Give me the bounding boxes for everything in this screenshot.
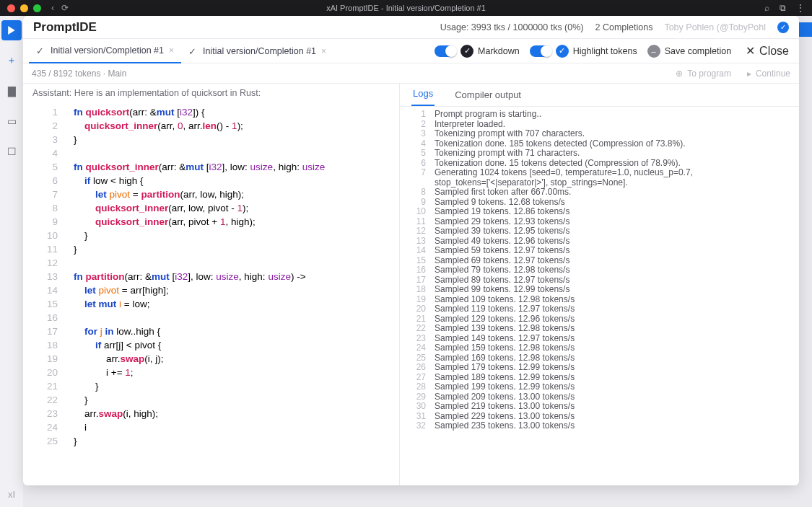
code-line[interactable]: 6 if low < high {: [23, 174, 399, 188]
log-text: Sampled 235 tokens. 13.00 tokens/s: [435, 421, 575, 431]
close-tab-icon[interactable]: ×: [321, 46, 326, 56]
file-tab-1[interactable]: ✓ Initial version/Completion #1 ×: [29, 39, 181, 63]
code-text: }: [74, 133, 399, 146]
line-number: 23: [23, 407, 74, 420]
code-line[interactable]: 20 i += 1;: [23, 366, 399, 379]
log-line-number: 18: [400, 285, 435, 295]
log-line-number: 6: [400, 159, 435, 169]
brand-icon: xI: [8, 490, 15, 500]
code-line[interactable]: 5fn quicksort_inner(arr: &mut [i32], low…: [23, 160, 399, 174]
log-text: Sampled first token after 667.00ms.: [435, 188, 571, 198]
code-line[interactable]: 7 let pivot = partition(arr, low, high);: [23, 188, 399, 201]
log-text: Sampled 209 tokens. 13.00 tokens/s: [435, 392, 575, 402]
code-line[interactable]: 2 quicksort_inner(arr, 0, arr.len() - 1)…: [23, 119, 399, 133]
code-line[interactable]: 3}: [23, 133, 399, 146]
line-number: 2: [23, 119, 74, 133]
log-line: 1Prompt program is starting..: [400, 110, 799, 120]
menu-icon[interactable]: ⋮: [796, 3, 805, 13]
play-icon: ▸: [747, 69, 751, 79]
code-line[interactable]: 11}: [23, 242, 399, 256]
close-button[interactable]: ✕ Close: [741, 44, 793, 58]
to-program-button[interactable]: ⊕ To program: [676, 69, 731, 79]
log-line-number: 10: [400, 207, 435, 217]
user-name[interactable]: Toby Pohlen (@TobyPohl: [664, 22, 766, 32]
log-text: Sampled 39 tokens. 12.95 tokens/s: [435, 226, 569, 237]
code-line[interactable]: 24 i: [23, 420, 399, 434]
folder-icon[interactable]: ▇: [1, 81, 22, 101]
code-line[interactable]: 4: [23, 146, 399, 160]
markdown-label: Markdown: [478, 46, 520, 56]
log-line: 26Sampled 179 tokens. 12.99 tokens/s: [400, 363, 799, 373]
run-icon[interactable]: [1, 20, 22, 40]
log-text: Prompt program is starting..: [435, 110, 541, 120]
line-number: 16: [23, 311, 74, 325]
log-text: Sampled 229 tokens. 13.00 tokens/s: [435, 412, 575, 422]
log-line-number: 2: [400, 120, 435, 130]
code-editor[interactable]: Assistant: Here is an implementation of …: [23, 84, 400, 485]
log-text: Sampled 189 tokens. 12.99 tokens/s: [435, 373, 575, 383]
log-line: 32Sampled 235 tokens. 13.00 tokens/s: [400, 421, 799, 431]
continue-button[interactable]: ▸ Continue: [747, 69, 790, 79]
line-number: 3: [23, 133, 74, 146]
line-number: 11: [23, 242, 74, 256]
code-line[interactable]: 18 if arr[j] < pivot {: [23, 338, 399, 352]
files-icon[interactable]: ▭: [1, 111, 22, 131]
code-line[interactable]: 10 }: [23, 229, 399, 242]
log-body[interactable]: 1Prompt program is starting..2Interprete…: [400, 107, 799, 485]
code-line[interactable]: 1fn quicksort(arr: &mut [i32]) {: [23, 105, 399, 119]
completions-count[interactable]: 2 Completions: [595, 22, 653, 32]
log-line: 6Tokenization done. 15 tokens detected (…: [400, 159, 799, 169]
reload-icon[interactable]: ⟳: [61, 3, 69, 13]
line-number: 13: [23, 270, 74, 283]
save-completion[interactable]: – Save completion: [647, 45, 731, 58]
code-line[interactable]: 22 }: [23, 393, 399, 407]
code-text: [74, 311, 399, 325]
log-text: Sampled 149 tokens. 12.97 tokens/s: [435, 334, 575, 344]
compiler-output-tab[interactable]: Compiler output: [453, 89, 523, 106]
code-line[interactable]: 23 arr.swap(i, high);: [23, 407, 399, 420]
log-line: 31Sampled 229 tokens. 13.00 tokens/s: [400, 412, 799, 422]
code-line[interactable]: 12: [23, 256, 399, 270]
code-text: [74, 256, 399, 270]
code-line[interactable]: 21 }: [23, 379, 399, 393]
page-icon[interactable]: ☐: [1, 141, 22, 162]
file-tab-2[interactable]: ✓ Initial version/Completion #1 ×: [181, 39, 333, 63]
check-icon: ✓: [36, 45, 45, 55]
add-icon[interactable]: ＋: [1, 50, 22, 71]
user-name-text: Toby Pohlen: [664, 22, 714, 32]
code-line[interactable]: 8 quicksort_inner(arr, low, pivot - 1);: [23, 201, 399, 215]
code-line[interactable]: 13fn partition(arr: &mut [i32], low: usi…: [23, 270, 399, 283]
back-icon[interactable]: ‹: [51, 3, 54, 13]
highlight-toggle[interactable]: ✓ Highlight tokens: [530, 45, 637, 58]
code-line[interactable]: 14 let pivot = arr[high];: [23, 283, 399, 297]
file-tab-label: Initial version/Completion #1: [203, 46, 316, 56]
close-window-icon[interactable]: [7, 4, 15, 12]
close-tab-icon[interactable]: ×: [169, 45, 174, 56]
code-text: let pivot = partition(arr, low, high);: [74, 188, 399, 201]
line-number: 15: [23, 297, 74, 311]
code-line[interactable]: 16: [23, 311, 399, 325]
maximize-window-icon[interactable]: [33, 4, 41, 12]
code-line[interactable]: 15 let mut i = low;: [23, 297, 399, 311]
extensions-icon[interactable]: ⧉: [780, 3, 786, 13]
markdown-toggle[interactable]: ✓ Markdown: [435, 45, 520, 58]
log-text: Tokenization done. 185 tokens detected (…: [435, 139, 686, 149]
log-text: Sampled 199 tokens. 12.99 tokens/s: [435, 382, 575, 392]
log-line-number: 3: [400, 129, 435, 139]
log-line: 13Sampled 49 tokens. 12.96 tokens/s: [400, 237, 799, 247]
app-window: PromptIDE Usage: 3993 tks / 1000000 tks …: [23, 16, 799, 485]
logs-tab[interactable]: Logs: [411, 88, 435, 106]
log-line: 18Sampled 99 tokens. 12.99 tokens/s: [400, 285, 799, 295]
code-line[interactable]: 19 arr.swap(i, j);: [23, 352, 399, 366]
code-text: let mut i = low;: [74, 297, 399, 311]
code-text: quicksort_inner(arr, 0, arr.len() - 1);: [74, 119, 399, 133]
log-line-number: 32: [400, 421, 435, 431]
minimize-window-icon[interactable]: [20, 4, 28, 12]
line-number: 14: [23, 283, 74, 297]
code-line[interactable]: 9 quicksort_inner(arr, pivot + 1, high);: [23, 215, 399, 229]
log-text: Sampled 99 tokens. 12.99 tokens/s: [435, 285, 569, 295]
search-icon[interactable]: ⌕: [764, 3, 769, 13]
code-line[interactable]: 25}: [23, 434, 399, 448]
log-line: 27Sampled 189 tokens. 12.99 tokens/s: [400, 373, 799, 383]
code-line[interactable]: 17 for j in low..high {: [23, 325, 399, 338]
